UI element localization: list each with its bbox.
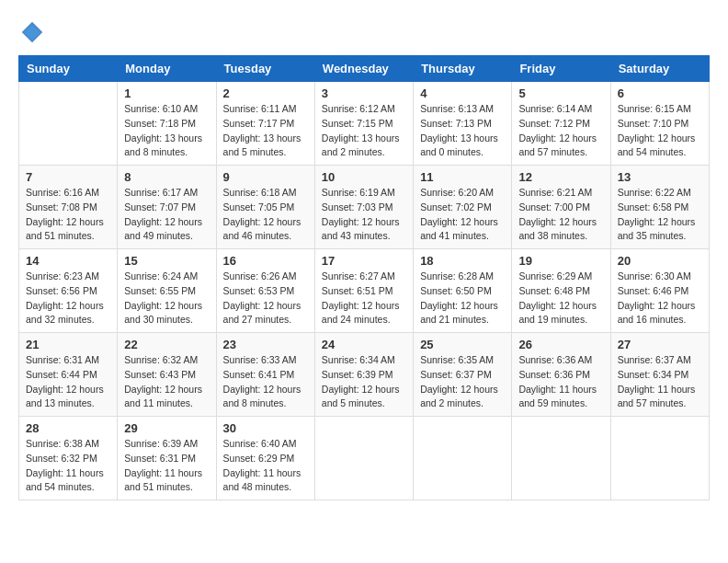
- calendar-cell: 3 Sunrise: 6:12 AM Sunset: 7:15 PM Dayli…: [314, 82, 413, 166]
- calendar-week-row: 21 Sunrise: 6:31 AM Sunset: 6:44 PM Dayl…: [19, 333, 710, 417]
- sunset-text: Sunset: 6:48 PM: [518, 285, 590, 296]
- sunset-text: Sunset: 6:51 PM: [322, 285, 393, 296]
- daylight-text: Daylight: 12 hours and 11 minutes.: [124, 384, 202, 409]
- daylight-text: Daylight: 12 hours and 16 minutes.: [618, 300, 696, 326]
- day-info: Sunrise: 6:35 AM Sunset: 6:37 PM Dayligh…: [420, 353, 505, 411]
- daylight-text: Daylight: 12 hours and 38 minutes.: [518, 216, 597, 242]
- daylight-text: Daylight: 11 hours and 57 minutes.: [618, 384, 696, 409]
- sunset-text: Sunset: 7:08 PM: [26, 201, 97, 213]
- day-info: Sunrise: 6:12 AM Sunset: 7:15 PM Dayligh…: [322, 102, 406, 160]
- calendar-cell: 5 Sunrise: 6:14 AM Sunset: 7:12 PM Dayli…: [512, 82, 610, 166]
- day-number: 30: [223, 421, 308, 435]
- daylight-text: Daylight: 12 hours and 49 minutes.: [124, 216, 202, 242]
- sunset-text: Sunset: 6:36 PM: [518, 369, 590, 380]
- sunrise-text: Sunrise: 6:39 AM: [124, 438, 198, 449]
- calendar-cell: 19 Sunrise: 6:29 AM Sunset: 6:48 PM Dayl…: [512, 249, 610, 333]
- day-info: Sunrise: 6:13 AM Sunset: 7:13 PM Dayligh…: [420, 102, 505, 160]
- sunset-text: Sunset: 6:56 PM: [26, 285, 97, 296]
- daylight-text: Daylight: 12 hours and 2 minutes.: [420, 384, 498, 409]
- calendar-cell: [19, 82, 118, 166]
- day-number: 1: [124, 86, 209, 100]
- sunset-text: Sunset: 6:50 PM: [420, 285, 492, 296]
- day-number: 12: [518, 170, 603, 184]
- day-info: Sunrise: 6:29 AM Sunset: 6:48 PM Dayligh…: [518, 270, 603, 327]
- daylight-text: Daylight: 12 hours and 35 minutes.: [618, 216, 696, 242]
- calendar-cell: 9 Sunrise: 6:18 AM Sunset: 7:05 PM Dayli…: [216, 166, 314, 249]
- day-info: Sunrise: 6:31 AM Sunset: 6:44 PM Dayligh…: [26, 353, 110, 411]
- sunrise-text: Sunrise: 6:14 AM: [518, 103, 592, 114]
- day-info: Sunrise: 6:16 AM Sunset: 7:08 PM Dayligh…: [26, 186, 110, 244]
- day-number: 24: [322, 338, 406, 351]
- sunrise-text: Sunrise: 6:17 AM: [124, 187, 198, 198]
- day-number: 15: [124, 254, 209, 268]
- day-header-wednesday: Wednesday: [314, 56, 413, 82]
- day-number: 14: [26, 254, 110, 268]
- sunset-text: Sunset: 7:05 PM: [223, 201, 295, 213]
- sunset-text: Sunset: 7:03 PM: [322, 201, 393, 213]
- sunrise-text: Sunrise: 6:20 AM: [420, 187, 494, 198]
- sunrise-text: Sunrise: 6:37 AM: [618, 354, 691, 365]
- calendar-cell: [314, 417, 413, 500]
- day-header-sunday: Sunday: [19, 56, 118, 82]
- calendar-week-row: 7 Sunrise: 6:16 AM Sunset: 7:08 PM Dayli…: [19, 166, 710, 249]
- sunset-text: Sunset: 7:02 PM: [420, 201, 492, 213]
- calendar-cell: 10 Sunrise: 6:19 AM Sunset: 7:03 PM Dayl…: [314, 166, 413, 249]
- sunrise-text: Sunrise: 6:18 AM: [223, 187, 297, 198]
- sunrise-text: Sunrise: 6:23 AM: [26, 270, 99, 282]
- calendar-cell: 24 Sunrise: 6:34 AM Sunset: 6:39 PM Dayl…: [314, 333, 413, 417]
- sunrise-text: Sunrise: 6:28 AM: [420, 270, 494, 282]
- day-number: 13: [618, 170, 702, 184]
- sunrise-text: Sunrise: 6:15 AM: [618, 103, 691, 114]
- sunset-text: Sunset: 6:31 PM: [124, 453, 196, 464]
- day-info: Sunrise: 6:17 AM Sunset: 7:07 PM Dayligh…: [124, 186, 209, 244]
- calendar-cell: 4 Sunrise: 6:13 AM Sunset: 7:13 PM Dayli…: [414, 82, 512, 166]
- sunrise-text: Sunrise: 6:12 AM: [322, 103, 395, 114]
- daylight-text: Daylight: 11 hours and 51 minutes.: [124, 467, 202, 493]
- calendar-cell: 14 Sunrise: 6:23 AM Sunset: 6:56 PM Dayl…: [19, 249, 118, 333]
- calendar-cell: 16 Sunrise: 6:26 AM Sunset: 6:53 PM Dayl…: [216, 249, 314, 333]
- day-info: Sunrise: 6:39 AM Sunset: 6:31 PM Dayligh…: [124, 437, 209, 495]
- daylight-text: Daylight: 12 hours and 32 minutes.: [26, 300, 104, 326]
- sunrise-text: Sunrise: 6:33 AM: [223, 354, 297, 365]
- daylight-text: Daylight: 13 hours and 5 minutes.: [223, 132, 301, 158]
- sunrise-text: Sunrise: 6:38 AM: [26, 438, 99, 449]
- day-info: Sunrise: 6:10 AM Sunset: 7:18 PM Dayligh…: [124, 102, 209, 160]
- day-info: Sunrise: 6:23 AM Sunset: 6:56 PM Dayligh…: [26, 270, 110, 327]
- calendar-week-row: 14 Sunrise: 6:23 AM Sunset: 6:56 PM Dayl…: [19, 249, 710, 333]
- sunrise-text: Sunrise: 6:29 AM: [518, 270, 592, 282]
- calendar-cell: 18 Sunrise: 6:28 AM Sunset: 6:50 PM Dayl…: [414, 249, 512, 333]
- sunset-text: Sunset: 7:12 PM: [518, 118, 590, 129]
- day-number: 22: [124, 338, 209, 351]
- sunrise-text: Sunrise: 6:36 AM: [518, 354, 592, 365]
- calendar-cell: 11 Sunrise: 6:20 AM Sunset: 7:02 PM Dayl…: [414, 166, 512, 249]
- day-info: Sunrise: 6:27 AM Sunset: 6:51 PM Dayligh…: [322, 270, 406, 327]
- day-number: 2: [223, 86, 308, 100]
- day-info: Sunrise: 6:36 AM Sunset: 6:36 PM Dayligh…: [518, 353, 603, 411]
- day-number: 18: [420, 254, 505, 268]
- daylight-text: Daylight: 12 hours and 19 minutes.: [518, 300, 597, 326]
- calendar-cell: 17 Sunrise: 6:27 AM Sunset: 6:51 PM Dayl…: [314, 249, 413, 333]
- day-info: Sunrise: 6:26 AM Sunset: 6:53 PM Dayligh…: [223, 270, 308, 327]
- sunrise-text: Sunrise: 6:19 AM: [322, 187, 395, 198]
- daylight-text: Daylight: 12 hours and 13 minutes.: [26, 384, 104, 409]
- day-info: Sunrise: 6:40 AM Sunset: 6:29 PM Dayligh…: [223, 437, 308, 495]
- sunrise-text: Sunrise: 6:10 AM: [124, 103, 198, 114]
- day-info: Sunrise: 6:15 AM Sunset: 7:10 PM Dayligh…: [618, 102, 702, 160]
- svg-marker-1: [24, 26, 40, 41]
- sunset-text: Sunset: 6:39 PM: [322, 369, 393, 380]
- day-number: 17: [322, 254, 406, 268]
- calendar-cell: 2 Sunrise: 6:11 AM Sunset: 7:17 PM Dayli…: [216, 82, 314, 166]
- daylight-text: Daylight: 13 hours and 2 minutes.: [322, 132, 400, 158]
- day-number: 6: [618, 86, 702, 100]
- day-number: 5: [518, 86, 603, 100]
- day-header-tuesday: Tuesday: [216, 56, 314, 82]
- daylight-text: Daylight: 12 hours and 57 minutes.: [518, 132, 597, 158]
- day-number: 20: [618, 254, 702, 268]
- sunset-text: Sunset: 7:10 PM: [618, 118, 689, 129]
- sunset-text: Sunset: 7:18 PM: [124, 118, 196, 129]
- sunrise-text: Sunrise: 6:16 AM: [26, 187, 99, 198]
- sunset-text: Sunset: 6:32 PM: [26, 453, 97, 464]
- sunset-text: Sunset: 6:53 PM: [223, 285, 295, 296]
- daylight-text: Daylight: 12 hours and 8 minutes.: [223, 384, 301, 409]
- calendar-cell: 30 Sunrise: 6:40 AM Sunset: 6:29 PM Dayl…: [216, 417, 314, 500]
